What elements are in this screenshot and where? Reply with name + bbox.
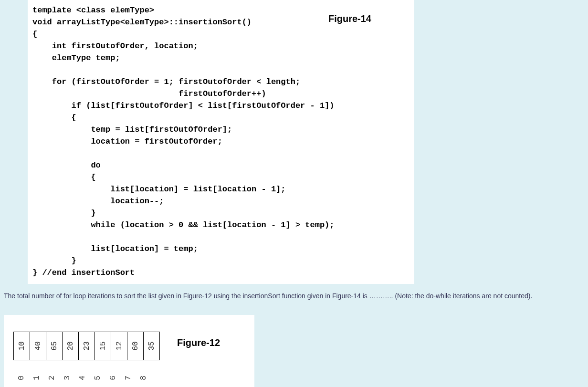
array-value: 23: [82, 342, 91, 351]
index-value: 2: [47, 376, 56, 380]
array-value: 15: [98, 342, 107, 351]
figure-14-label: Figure-14: [328, 13, 371, 24]
index-value: 8: [139, 376, 147, 380]
index-cell: 4: [74, 374, 90, 382]
array-area: 104065202315126035 012345678: [13, 332, 160, 382]
index-value: 1: [32, 376, 41, 380]
index-cell: 5: [90, 374, 105, 382]
index-cell: 1: [29, 374, 44, 382]
index-cell: 3: [59, 374, 75, 382]
index-value: 3: [63, 376, 71, 380]
array-value: 10: [17, 342, 26, 351]
question-text: The total number of for loop iterations …: [4, 292, 567, 301]
array-cell: 60: [127, 332, 144, 360]
code-figure-14: template <class elemType> void arrayList…: [28, 0, 414, 284]
index-value: 7: [124, 376, 132, 380]
array-value: 40: [33, 342, 42, 351]
array-cell: 10: [13, 332, 30, 360]
index-value: 5: [93, 376, 102, 380]
index-value: 4: [78, 376, 86, 380]
array-cell: 40: [30, 332, 46, 360]
figure-12-label: Figure-12: [177, 337, 220, 348]
array-value: 12: [115, 342, 123, 351]
index-cell: 8: [136, 374, 151, 382]
array-value: 20: [66, 342, 74, 351]
array-indices-row: 012345678: [13, 374, 151, 382]
array-cell: 20: [62, 332, 79, 360]
figure-12-container: 104065202315126035 012345678 Figure-12: [4, 315, 254, 387]
index-value: 0: [17, 376, 25, 380]
array-cell: 23: [78, 332, 95, 360]
array-cell: 12: [111, 332, 127, 360]
index-cell: 0: [13, 374, 29, 382]
array-cell: 35: [143, 332, 160, 360]
index-cell: 7: [120, 374, 136, 382]
index-value: 6: [108, 376, 117, 380]
array-value: 65: [50, 342, 58, 351]
array-cell: 65: [46, 332, 63, 360]
array-cell: 15: [94, 332, 111, 360]
array-values-row: 104065202315126035: [13, 332, 160, 360]
index-cell: 2: [44, 374, 60, 382]
array-value: 35: [147, 342, 156, 351]
code-content: template <class elemType> void arrayList…: [32, 5, 414, 279]
index-cell: 6: [105, 374, 121, 382]
array-value: 60: [131, 342, 139, 351]
